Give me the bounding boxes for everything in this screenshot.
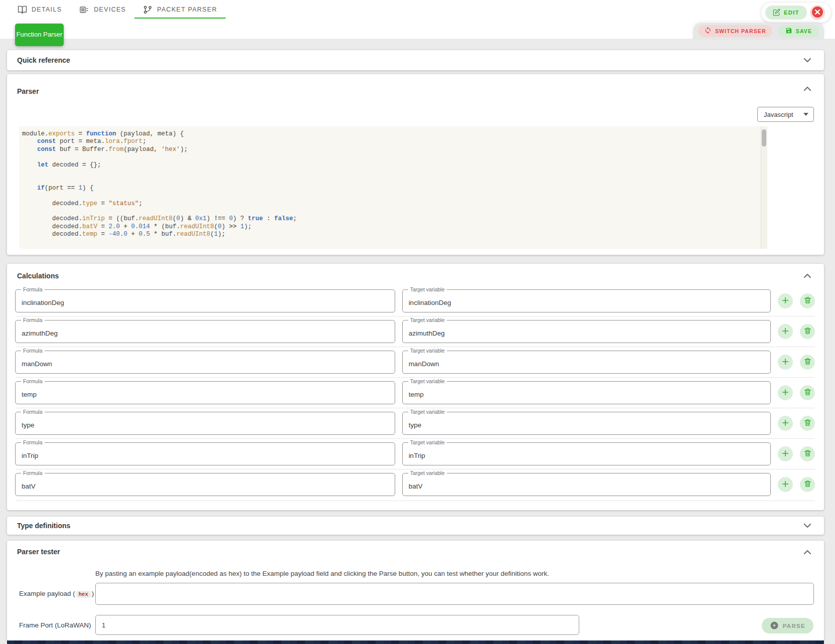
- formula-field: Formula: [15, 473, 395, 496]
- calculations-title: Calculations: [17, 272, 59, 280]
- trash-icon: [803, 479, 812, 490]
- frame-port-label: Frame Port (LoRaWAN): [19, 621, 95, 629]
- switch-parser-button[interactable]: SWITCH PARSER: [698, 25, 772, 37]
- editor-scrollbar: [761, 126, 767, 249]
- target-variable-input[interactable]: [403, 351, 770, 373]
- target-variable-field: Target variable: [402, 381, 771, 404]
- example-payload-label: Example payload (hex): [19, 590, 95, 598]
- close-button[interactable]: [810, 5, 825, 20]
- delete-calculation-button[interactable]: [800, 293, 815, 308]
- target-variable-input[interactable]: [403, 382, 770, 404]
- target-variable-input[interactable]: [403, 412, 770, 434]
- target-variable-input[interactable]: [403, 320, 770, 343]
- language-select[interactable]: Javascript: [757, 107, 814, 122]
- target-variable-field-label: Target variable: [408, 317, 447, 323]
- add-calculation-button[interactable]: [778, 446, 793, 461]
- trash-icon: [803, 357, 812, 367]
- code-editor[interactable]: module.exports = function (payload, meta…: [19, 126, 767, 249]
- add-calculation-button[interactable]: [778, 416, 793, 431]
- formula-input[interactable]: [16, 412, 395, 434]
- function-parser-button[interactable]: Function Parser: [15, 24, 64, 46]
- plus-icon: [781, 296, 790, 306]
- parser-actions-toolbar: SWITCH PARSER SAVE: [693, 23, 824, 39]
- example-payload-row: Example payload (hex): [19, 583, 814, 605]
- delete-calculation-button[interactable]: [800, 385, 815, 400]
- calculation-row: Formula Target variable: [7, 378, 824, 408]
- edit-close-container: EDIT: [761, 3, 831, 23]
- plus-icon: [781, 449, 790, 459]
- chevron-up-icon[interactable]: [801, 82, 814, 95]
- add-calculation-button[interactable]: [778, 355, 793, 370]
- formula-input[interactable]: [16, 290, 395, 312]
- formula-input[interactable]: [16, 351, 395, 373]
- code-content: module.exports = function (payload, meta…: [19, 126, 767, 238]
- target-variable-field: Target variable: [402, 473, 771, 496]
- plus-icon: [781, 418, 790, 429]
- type-definitions-title: Type definitions: [17, 522, 70, 530]
- chevron-down-icon[interactable]: [801, 519, 814, 532]
- formula-field: Formula: [15, 289, 395, 312]
- edit-label: EDIT: [784, 10, 799, 16]
- tab-label: DETAILS: [32, 6, 62, 13]
- formula-input[interactable]: [16, 382, 395, 404]
- chevron-up-icon[interactable]: [801, 269, 814, 282]
- delete-calculation-button[interactable]: [800, 416, 815, 431]
- target-variable-input[interactable]: [403, 290, 770, 312]
- git-branch-icon: [143, 5, 152, 15]
- parse-button[interactable]: PARSE: [762, 618, 813, 633]
- target-variable-input[interactable]: [403, 443, 770, 465]
- trash-icon: [803, 388, 812, 398]
- formula-field-label: Formula: [21, 378, 45, 384]
- formula-input[interactable]: [16, 443, 395, 465]
- plus-icon: [781, 479, 790, 490]
- plus-icon: [781, 327, 790, 337]
- example-payload-label-text: Example payload (: [19, 590, 75, 597]
- tab-details[interactable]: DETAILS: [9, 0, 70, 19]
- formula-field-label: Formula: [21, 409, 45, 415]
- add-calculation-button[interactable]: [778, 293, 793, 308]
- add-calculation-button[interactable]: [778, 324, 793, 339]
- tab-devices[interactable]: DEVICES: [70, 0, 134, 19]
- target-variable-field: Target variable: [402, 351, 771, 374]
- delete-calculation-button[interactable]: [800, 477, 815, 492]
- target-variable-field: Target variable: [402, 442, 771, 465]
- tab-label: PACKET PARSER: [157, 6, 217, 13]
- target-variable-field-label: Target variable: [408, 439, 447, 445]
- trash-icon: [803, 296, 812, 306]
- target-variable-field-label: Target variable: [408, 286, 447, 292]
- formula-field: Formula: [15, 412, 395, 435]
- add-calculation-button[interactable]: [778, 477, 793, 492]
- divider: [16, 501, 815, 501]
- chevron-down-icon[interactable]: [801, 54, 814, 67]
- language-selected-value: Javascript: [764, 111, 793, 118]
- chevron-up-icon[interactable]: [801, 546, 814, 559]
- target-variable-field-label: Target variable: [408, 348, 447, 354]
- target-variable-field-label: Target variable: [408, 409, 447, 415]
- tab-packet-parser[interactable]: PACKET PARSER: [134, 0, 226, 19]
- target-variable-field-label: Target variable: [408, 378, 447, 384]
- formula-input[interactable]: [16, 473, 395, 496]
- delete-calculation-button[interactable]: [800, 355, 815, 370]
- formula-field-label: Formula: [21, 348, 45, 354]
- formula-input[interactable]: [16, 320, 395, 343]
- formula-field-label: Formula: [21, 317, 45, 323]
- formula-field-label: Formula: [21, 439, 45, 445]
- calculation-rows: Formula Target variable Formula Target v…: [7, 285, 824, 501]
- editor-scrollbar-thumb[interactable]: [762, 129, 766, 146]
- calculation-row: Formula Target variable: [7, 347, 824, 377]
- delete-calculation-button[interactable]: [800, 446, 815, 461]
- target-variable-field: Target variable: [402, 412, 771, 435]
- target-variable-input[interactable]: [403, 473, 770, 496]
- frame-port-input[interactable]: [95, 615, 579, 635]
- delete-calculation-button[interactable]: [800, 324, 815, 339]
- edit-button[interactable]: EDIT: [765, 6, 807, 20]
- parse-label: PARSE: [783, 623, 805, 629]
- save-button[interactable]: SAVE: [778, 25, 819, 37]
- example-payload-input[interactable]: [95, 583, 814, 605]
- play-icon: [770, 621, 779, 631]
- calculation-row: Formula Target variable: [7, 286, 824, 316]
- trash-icon: [803, 327, 812, 337]
- add-calculation-button[interactable]: [778, 385, 793, 400]
- formula-field: Formula: [15, 442, 395, 465]
- close-icon: [811, 6, 823, 20]
